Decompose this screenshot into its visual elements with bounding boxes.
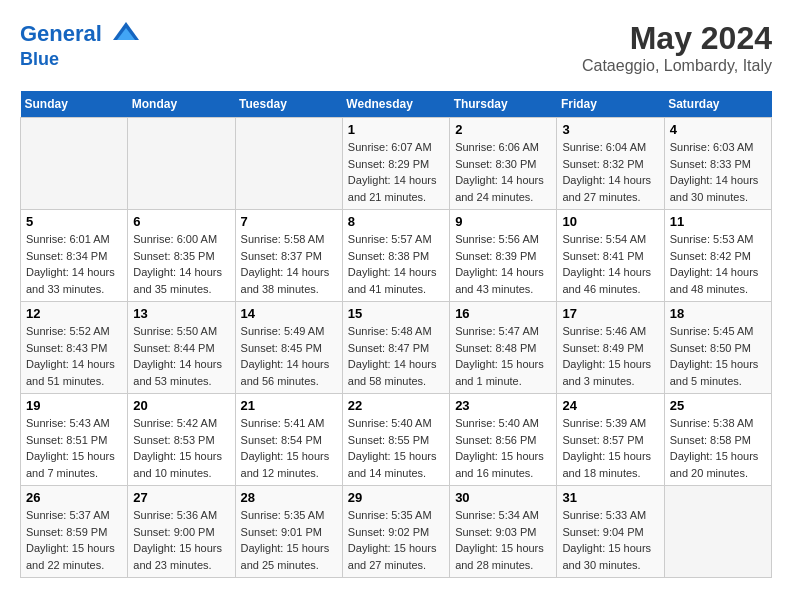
calendar-cell — [128, 118, 235, 210]
calendar-cell: 22Sunrise: 5:40 AM Sunset: 8:55 PM Dayli… — [342, 394, 449, 486]
calendar-cell: 17Sunrise: 5:46 AM Sunset: 8:49 PM Dayli… — [557, 302, 664, 394]
day-info: Sunrise: 5:47 AM Sunset: 8:48 PM Dayligh… — [455, 323, 551, 389]
day-number: 6 — [133, 214, 229, 229]
weekday-saturday: Saturday — [664, 91, 771, 118]
day-number: 19 — [26, 398, 122, 413]
week-row-2: 5Sunrise: 6:01 AM Sunset: 8:34 PM Daylig… — [21, 210, 772, 302]
day-number: 10 — [562, 214, 658, 229]
day-info: Sunrise: 6:06 AM Sunset: 8:30 PM Dayligh… — [455, 139, 551, 205]
day-info: Sunrise: 5:38 AM Sunset: 8:58 PM Dayligh… — [670, 415, 766, 481]
calendar-cell: 12Sunrise: 5:52 AM Sunset: 8:43 PM Dayli… — [21, 302, 128, 394]
page-header: General Blue May 2024 Cataeggio, Lombard… — [20, 20, 772, 75]
logo: General Blue — [20, 20, 141, 70]
day-number: 4 — [670, 122, 766, 137]
calendar-cell: 9Sunrise: 5:56 AM Sunset: 8:39 PM Daylig… — [450, 210, 557, 302]
day-info: Sunrise: 5:53 AM Sunset: 8:42 PM Dayligh… — [670, 231, 766, 297]
day-info: Sunrise: 5:58 AM Sunset: 8:37 PM Dayligh… — [241, 231, 337, 297]
week-row-5: 26Sunrise: 5:37 AM Sunset: 8:59 PM Dayli… — [21, 486, 772, 578]
day-number: 16 — [455, 306, 551, 321]
sub-title: Cataeggio, Lombardy, Italy — [582, 57, 772, 75]
day-number: 5 — [26, 214, 122, 229]
day-number: 1 — [348, 122, 444, 137]
calendar-cell: 14Sunrise: 5:49 AM Sunset: 8:45 PM Dayli… — [235, 302, 342, 394]
calendar-cell: 8Sunrise: 5:57 AM Sunset: 8:38 PM Daylig… — [342, 210, 449, 302]
day-number: 15 — [348, 306, 444, 321]
week-row-3: 12Sunrise: 5:52 AM Sunset: 8:43 PM Dayli… — [21, 302, 772, 394]
calendar-cell: 13Sunrise: 5:50 AM Sunset: 8:44 PM Dayli… — [128, 302, 235, 394]
week-row-4: 19Sunrise: 5:43 AM Sunset: 8:51 PM Dayli… — [21, 394, 772, 486]
day-info: Sunrise: 5:41 AM Sunset: 8:54 PM Dayligh… — [241, 415, 337, 481]
weekday-monday: Monday — [128, 91, 235, 118]
day-number: 24 — [562, 398, 658, 413]
calendar-cell: 31Sunrise: 5:33 AM Sunset: 9:04 PM Dayli… — [557, 486, 664, 578]
day-info: Sunrise: 5:49 AM Sunset: 8:45 PM Dayligh… — [241, 323, 337, 389]
weekday-friday: Friday — [557, 91, 664, 118]
calendar-body: 1Sunrise: 6:07 AM Sunset: 8:29 PM Daylig… — [21, 118, 772, 578]
day-number: 2 — [455, 122, 551, 137]
day-info: Sunrise: 5:46 AM Sunset: 8:49 PM Dayligh… — [562, 323, 658, 389]
calendar-cell: 19Sunrise: 5:43 AM Sunset: 8:51 PM Dayli… — [21, 394, 128, 486]
day-number: 22 — [348, 398, 444, 413]
day-number: 18 — [670, 306, 766, 321]
calendar-cell — [235, 118, 342, 210]
day-number: 12 — [26, 306, 122, 321]
calendar-cell — [21, 118, 128, 210]
calendar-cell: 1Sunrise: 6:07 AM Sunset: 8:29 PM Daylig… — [342, 118, 449, 210]
calendar-cell: 21Sunrise: 5:41 AM Sunset: 8:54 PM Dayli… — [235, 394, 342, 486]
day-number: 8 — [348, 214, 444, 229]
day-number: 29 — [348, 490, 444, 505]
day-number: 30 — [455, 490, 551, 505]
week-row-1: 1Sunrise: 6:07 AM Sunset: 8:29 PM Daylig… — [21, 118, 772, 210]
day-info: Sunrise: 5:35 AM Sunset: 9:02 PM Dayligh… — [348, 507, 444, 573]
day-info: Sunrise: 5:43 AM Sunset: 8:51 PM Dayligh… — [26, 415, 122, 481]
day-info: Sunrise: 5:34 AM Sunset: 9:03 PM Dayligh… — [455, 507, 551, 573]
day-number: 7 — [241, 214, 337, 229]
calendar-cell: 27Sunrise: 5:36 AM Sunset: 9:00 PM Dayli… — [128, 486, 235, 578]
day-info: Sunrise: 5:37 AM Sunset: 8:59 PM Dayligh… — [26, 507, 122, 573]
calendar-table: SundayMondayTuesdayWednesdayThursdayFrid… — [20, 91, 772, 578]
calendar-cell: 30Sunrise: 5:34 AM Sunset: 9:03 PM Dayli… — [450, 486, 557, 578]
day-number: 26 — [26, 490, 122, 505]
day-number: 25 — [670, 398, 766, 413]
day-info: Sunrise: 6:04 AM Sunset: 8:32 PM Dayligh… — [562, 139, 658, 205]
calendar-cell: 23Sunrise: 5:40 AM Sunset: 8:56 PM Dayli… — [450, 394, 557, 486]
day-number: 3 — [562, 122, 658, 137]
weekday-tuesday: Tuesday — [235, 91, 342, 118]
day-info: Sunrise: 6:01 AM Sunset: 8:34 PM Dayligh… — [26, 231, 122, 297]
day-number: 9 — [455, 214, 551, 229]
calendar-cell: 6Sunrise: 6:00 AM Sunset: 8:35 PM Daylig… — [128, 210, 235, 302]
weekday-wednesday: Wednesday — [342, 91, 449, 118]
day-number: 27 — [133, 490, 229, 505]
day-info: Sunrise: 5:40 AM Sunset: 8:55 PM Dayligh… — [348, 415, 444, 481]
calendar-cell: 25Sunrise: 5:38 AM Sunset: 8:58 PM Dayli… — [664, 394, 771, 486]
day-info: Sunrise: 5:56 AM Sunset: 8:39 PM Dayligh… — [455, 231, 551, 297]
weekday-sunday: Sunday — [21, 91, 128, 118]
day-info: Sunrise: 6:07 AM Sunset: 8:29 PM Dayligh… — [348, 139, 444, 205]
day-info: Sunrise: 5:48 AM Sunset: 8:47 PM Dayligh… — [348, 323, 444, 389]
day-info: Sunrise: 5:45 AM Sunset: 8:50 PM Dayligh… — [670, 323, 766, 389]
calendar-cell: 16Sunrise: 5:47 AM Sunset: 8:48 PM Dayli… — [450, 302, 557, 394]
day-number: 17 — [562, 306, 658, 321]
calendar-cell: 11Sunrise: 5:53 AM Sunset: 8:42 PM Dayli… — [664, 210, 771, 302]
day-number: 20 — [133, 398, 229, 413]
calendar-cell — [664, 486, 771, 578]
day-number: 14 — [241, 306, 337, 321]
day-info: Sunrise: 6:00 AM Sunset: 8:35 PM Dayligh… — [133, 231, 229, 297]
weekday-header-row: SundayMondayTuesdayWednesdayThursdayFrid… — [21, 91, 772, 118]
day-number: 28 — [241, 490, 337, 505]
calendar-cell: 15Sunrise: 5:48 AM Sunset: 8:47 PM Dayli… — [342, 302, 449, 394]
calendar-cell: 10Sunrise: 5:54 AM Sunset: 8:41 PM Dayli… — [557, 210, 664, 302]
calendar-cell: 3Sunrise: 6:04 AM Sunset: 8:32 PM Daylig… — [557, 118, 664, 210]
day-number: 31 — [562, 490, 658, 505]
day-number: 11 — [670, 214, 766, 229]
day-number: 23 — [455, 398, 551, 413]
day-info: Sunrise: 5:42 AM Sunset: 8:53 PM Dayligh… — [133, 415, 229, 481]
day-info: Sunrise: 5:40 AM Sunset: 8:56 PM Dayligh… — [455, 415, 551, 481]
calendar-cell: 20Sunrise: 5:42 AM Sunset: 8:53 PM Dayli… — [128, 394, 235, 486]
calendar-cell: 4Sunrise: 6:03 AM Sunset: 8:33 PM Daylig… — [664, 118, 771, 210]
calendar-cell: 28Sunrise: 5:35 AM Sunset: 9:01 PM Dayli… — [235, 486, 342, 578]
calendar-cell: 7Sunrise: 5:58 AM Sunset: 8:37 PM Daylig… — [235, 210, 342, 302]
logo-general: General — [20, 21, 102, 46]
day-number: 13 — [133, 306, 229, 321]
day-info: Sunrise: 6:03 AM Sunset: 8:33 PM Dayligh… — [670, 139, 766, 205]
